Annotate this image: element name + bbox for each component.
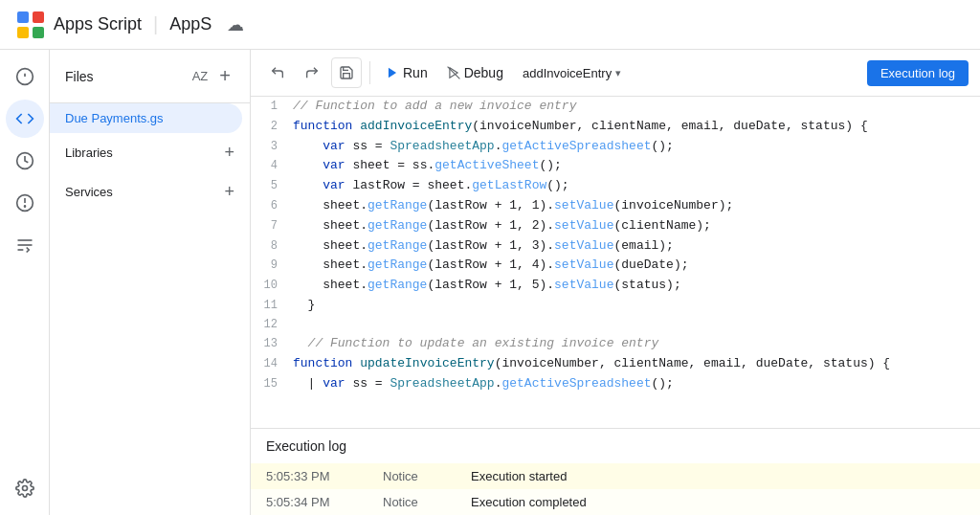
undo-button[interactable] [262,59,293,86]
app-title: Apps Script [54,14,142,34]
log-row-2: 5:05:34 PM Notice Execution completed [251,489,980,515]
sort-files-button[interactable]: AZ [189,65,212,87]
code-line-13: 13 // Function to update an existing inv… [251,334,980,354]
code-line-15: 15 | var ss = SpreadsheetApp.getActiveSp… [251,374,980,394]
editor-toolbar: Run Debug addInvoiceEntry ▾ Execution lo… [251,50,980,97]
code-line-14: 14 function updateInvoiceEntry(invoiceNu… [251,354,980,374]
services-section[interactable]: Services + [50,172,250,212]
execution-log-title: Execution log [251,429,980,463]
code-line-4: 4 var sheet = ss.getActiveSheet(); [251,156,980,176]
files-panel: Files AZ + Due Payments.gs Libraries + S… [50,50,251,515]
project-name[interactable]: AppS [169,14,212,34]
topbar-divider: | [153,13,158,35]
files-title: Files [65,69,94,84]
editor-area: Run Debug addInvoiceEntry ▾ Execution lo… [251,50,980,515]
code-line-7: 7 sheet.getRange(lastRow + 1, 2).setValu… [251,216,980,236]
code-line-12: 12 [251,316,980,334]
svg-rect-2 [17,27,29,38]
top-bar: Apps Script | AppS ☁ [0,0,980,50]
execution-log-panel: Execution log 5:05:33 PM Notice Executio… [251,428,980,515]
toolbar-divider-1 [369,61,370,84]
code-line-11: 11 } [251,296,980,316]
add-file-button[interactable]: + [215,61,234,91]
execution-log-button[interactable]: Execution log [867,60,969,86]
editor-sidebar-button[interactable] [6,226,44,264]
code-editor-button[interactable] [6,100,44,138]
svg-rect-3 [33,27,44,38]
svg-rect-1 [33,11,44,23]
add-library-button[interactable]: + [224,143,234,163]
svg-rect-0 [17,11,29,23]
function-selector[interactable]: addInvoiceEntry ▾ [515,62,629,84]
overview-button[interactable] [6,57,44,96]
code-line-9: 9 sheet.getRange(lastRow + 1, 4).setValu… [251,256,980,276]
debug-button[interactable]: Debug [439,59,511,86]
log-row-1: 5:05:33 PM Notice Execution started [251,463,980,489]
run-button[interactable]: Run [378,59,435,86]
cloud-icon[interactable]: ☁ [227,14,244,35]
code-editor[interactable]: 1 // Function to add a new invoice entry… [251,97,980,428]
triggers-button[interactable] [6,142,44,180]
code-line-1: 1 // Function to add a new invoice entry [251,97,980,117]
code-line-2: 2 function addInvoiceEntry(invoiceNumber… [251,117,980,137]
files-header: Files AZ + [50,50,250,103]
svg-marker-14 [389,68,396,78]
logo-area: Apps Script [15,10,142,40]
libraries-section[interactable]: Libraries + [50,133,250,172]
code-line-5: 5 var lastRow = sheet.getLastRow(); [251,176,980,196]
add-service-button[interactable]: + [224,182,234,202]
apps-script-logo [15,10,46,40]
code-line-8: 8 sheet.getRange(lastRow + 1, 3).setValu… [251,236,980,257]
settings-button[interactable] [6,469,44,507]
icon-sidebar [0,50,50,515]
code-line-3: 3 var ss = SpreadsheetApp.getActiveSprea… [251,137,980,157]
code-and-log: 1 // Function to add a new invoice entry… [251,97,980,515]
main-layout: Files AZ + Due Payments.gs Libraries + S… [0,50,980,515]
files-header-left: Files [65,69,94,84]
code-line-6: 6 sheet.getRange(lastRow + 1, 1).setValu… [251,196,980,216]
executions-button[interactable] [6,184,44,222]
file-due-payments[interactable]: Due Payments.gs [50,103,242,133]
svg-point-13 [22,486,27,491]
code-line-10: 10 sheet.getRange(lastRow + 1, 5).setVal… [251,276,980,296]
redo-button[interactable] [297,59,327,86]
save-button[interactable] [331,57,362,88]
